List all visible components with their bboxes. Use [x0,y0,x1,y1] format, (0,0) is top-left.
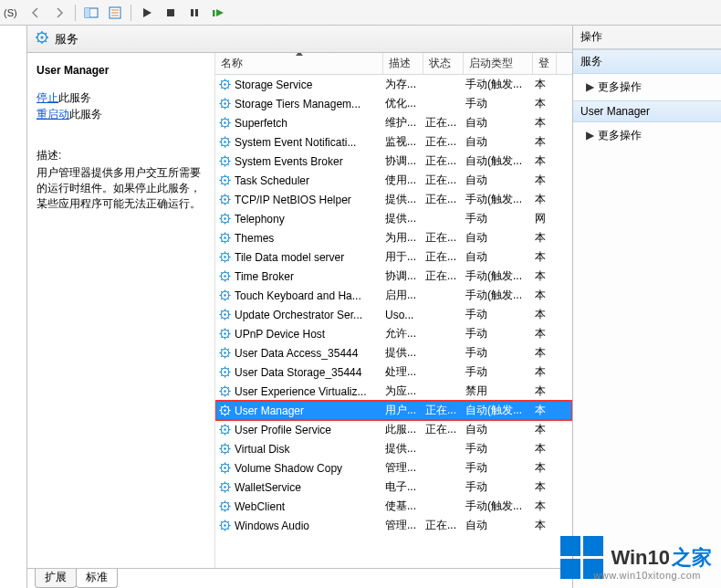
stop-service-button[interactable] [160,3,182,23]
restart-link[interactable]: 重启动 [37,108,69,121]
svg-line-148 [227,318,228,319]
service-row[interactable]: User Manager用户...正在...自动(触发...本 [215,401,572,420]
service-row[interactable]: User Profile Service此服...正在...自动本 [215,420,572,439]
service-row[interactable]: Time Broker协调...正在...手动(触发...本 [215,267,572,286]
svg-line-179 [221,375,222,376]
service-desc: 管理... [383,460,423,476]
back-button[interactable] [25,3,47,23]
service-startup: 手动 [464,479,533,495]
service-startup: 手动 [464,441,533,457]
gear-icon [217,193,232,207]
service-startup: 自动 [464,134,533,150]
list-body[interactable]: Storage Service为存...手动(触发...本Storage Tie… [215,75,572,568]
svg-line-117 [221,253,222,254]
gear-icon [217,78,232,92]
service-row[interactable]: WebClient使基...手动(触发...本 [215,497,572,516]
service-startup: 手动(触发... [464,499,533,514]
svg-rect-10 [213,10,215,16]
service-desc: 维护... [383,115,423,131]
properties-button[interactable] [104,3,126,23]
service-logon: 本 [533,383,557,399]
svg-point-62 [224,160,225,162]
service-row[interactable]: Windows Audio管理...正在...自动本 [215,516,572,535]
col-status[interactable]: 状态 [423,53,464,74]
service-name: TCP/IP NetBIOS Helper [235,194,351,206]
service-logon: 本 [533,499,557,514]
svg-point-52 [224,141,225,142]
col-logon[interactable]: 登 [533,53,557,74]
service-desc: 协调... [383,268,423,284]
gear-icon [217,173,232,188]
service-name: WalletService [235,481,301,494]
service-row[interactable]: User Experience Virtualiz...为应...禁用本 [215,382,572,401]
service-row[interactable]: TCP/IP NetBIOS Helper提供...正在...手动(触发...本 [215,190,572,209]
gear-icon [217,289,232,303]
svg-point-222 [224,467,225,468]
service-status: 正在... [423,249,464,265]
service-row[interactable]: Storage Service为存...手动(触发...本 [215,75,572,94]
svg-line-147 [221,310,222,311]
service-row[interactable]: Task Scheduler使用...正在...自动本 [215,171,572,190]
gear-icon [217,97,232,111]
svg-line-77 [221,176,222,177]
col-desc[interactable]: 描述 [383,53,423,74]
service-logon: 本 [533,479,557,495]
tab-standard[interactable]: 标准 [76,569,118,588]
service-row[interactable]: UPnP Device Host允许...手动本 [215,324,572,343]
col-startup[interactable]: 启动类型 [464,53,533,74]
service-row[interactable]: Volume Shadow Copy管理...手动本 [215,458,572,478]
pause-service-button[interactable] [183,3,205,23]
svg-line-217 [221,445,222,446]
service-desc: 提供... [383,192,423,207]
svg-point-32 [224,102,225,104]
tab-extended[interactable]: 扩展 [35,569,77,588]
service-row[interactable]: System Event Notificati...监视...正在...自动本 [215,132,572,152]
show-hide-button[interactable] [80,3,102,23]
svg-line-130 [227,272,228,273]
forward-button[interactable] [48,3,70,23]
service-row[interactable]: Tile Data model server用于...正在...自动本 [215,247,572,267]
svg-line-178 [227,375,228,376]
restart-service-button[interactable] [207,3,229,23]
svg-point-102 [224,236,225,238]
service-name: Virtual Disk [235,443,289,456]
col-name[interactable]: 名称 [215,53,383,74]
col-name-text: 名称 [221,56,243,71]
svg-line-37 [221,100,222,100]
logo-text: Win10 之家 [611,544,712,572]
actions-more-selected[interactable]: ▶更多操作 [573,122,721,149]
svg-line-58 [227,145,228,146]
service-name: Update Orchestrator Ser... [235,309,362,321]
service-name: Volume Shadow Copy [235,462,342,475]
service-row[interactable]: Virtual Disk提供...手动本 [215,439,572,458]
service-logon: 本 [533,422,557,437]
svg-point-212 [224,447,225,449]
svg-rect-9 [195,9,198,16]
svg-line-99 [221,222,222,223]
svg-line-89 [221,203,222,204]
actions-header: 操作 [573,26,721,49]
service-row[interactable]: User Data Storage_35444处理...手动本 [215,362,572,382]
service-row[interactable]: System Events Broker协调...正在...自动(触发...本 [215,152,572,171]
service-row[interactable]: Telephony提供...手动网 [215,209,572,228]
gear-icon [217,116,232,131]
actions-more-services[interactable]: ▶更多操作 [573,74,721,100]
service-row[interactable]: Themes为用...正在...自动本 [215,228,572,247]
service-row[interactable]: Superfetch维护...正在...自动本 [215,113,572,132]
service-row[interactable]: WalletService电子...手动本 [215,478,572,497]
service-row[interactable]: User Data Access_35444提供...手动本 [215,343,572,362]
service-row[interactable]: Touch Keyboard and Ha...启用...手动(触发...本 [215,286,572,305]
service-logon: 本 [533,364,557,380]
svg-line-78 [227,184,228,184]
svg-line-140 [227,291,228,292]
stop-link[interactable]: 停止 [37,91,58,104]
service-desc: 优化... [383,96,423,111]
service-row[interactable]: Storage Tiers Managem...优化...手动本 [215,94,572,113]
start-service-button[interactable] [136,3,158,23]
detail-actions: 停止此服务 重启动此服务 [37,89,205,122]
gear-icon [217,231,232,246]
service-status: 正在... [423,115,464,131]
svg-line-228 [227,471,228,472]
service-row[interactable]: Update Orchestrator Ser...Uso...手动本 [215,305,572,324]
svg-point-92 [224,217,225,219]
